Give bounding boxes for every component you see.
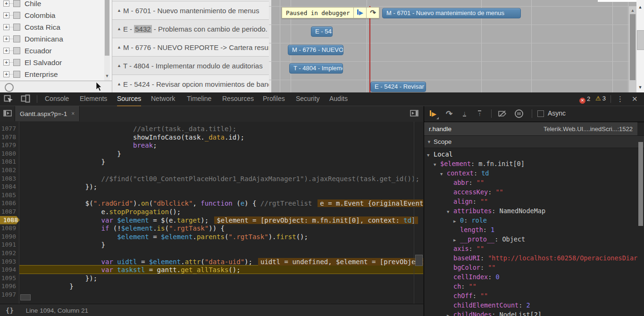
step-out-button[interactable]: ↑ xyxy=(478,109,481,118)
line-number[interactable]: 1097 xyxy=(0,291,16,299)
collapse-arrow-icon[interactable]: ▲ xyxy=(117,45,121,50)
gantt-task-bar[interactable]: E - 5424 - Revisar opcion movimientos de… xyxy=(370,82,426,92)
scope-property-row[interactable]: ▼attributes: NamedNodeMap xyxy=(447,206,545,216)
warning-count-badge[interactable]: ⚠3 xyxy=(595,94,606,102)
scope-property-row[interactable]: baseURI: "http://localhost:60258/Operaci… xyxy=(447,253,637,263)
banner-resume-button[interactable]: ▶ xyxy=(353,8,366,18)
tree-scroll-down-icon[interactable]: ▼ xyxy=(104,72,110,80)
callstack-frame[interactable]: r.handle Telerik.Web.UI....inedScri...:1… xyxy=(424,122,637,135)
line-number[interactable]: 1090 xyxy=(0,233,16,241)
chevron-down-icon[interactable]: ▼ xyxy=(447,207,453,216)
line-number[interactable]: 1080 xyxy=(0,150,16,158)
scope-property-row[interactable]: bgColor: "" xyxy=(447,263,495,272)
tree-checkbox[interactable] xyxy=(13,0,20,7)
tree-checkbox[interactable] xyxy=(13,71,20,78)
line-number[interactable]: 1077 xyxy=(0,125,16,133)
line-number[interactable]: 1091 xyxy=(0,241,16,249)
gantt-task-bar[interactable]: M - 6776 - NUEVO REPORTE -> Cartera resu… xyxy=(288,45,343,55)
scope-property-row[interactable]: length: 1 xyxy=(453,225,494,234)
task-list-row[interactable]: ▲E - 5424 - Revisar opcion movimientos d… xyxy=(112,75,269,92)
editor-vscroll-thumb[interactable] xyxy=(415,255,423,266)
line-number[interactable]: 1083 xyxy=(0,175,16,183)
tree-item-enterprise[interactable]: +Enterprise xyxy=(0,68,104,80)
editor-vertical-scrollbar[interactable] xyxy=(414,122,423,304)
line-number[interactable]: 1095 xyxy=(0,274,16,283)
gantt-task-bar[interactable]: M - 6701 - Nuevo mantenimiento de menus xyxy=(382,8,521,18)
editor-hscroll-thumb[interactable] xyxy=(20,294,31,300)
collapse-arrow-icon[interactable]: ▲ xyxy=(117,63,121,68)
line-number[interactable]: 1089 xyxy=(0,224,16,233)
line-number[interactable]: 1079 xyxy=(0,141,16,150)
async-checkbox[interactable] xyxy=(537,109,544,118)
breakpoint-line-number[interactable]: 1088 xyxy=(0,216,20,225)
scope-property-row[interactable]: ▼Local xyxy=(427,150,453,159)
scope-section-header[interactable]: ▼ Scope xyxy=(424,135,644,148)
scope-property-row[interactable]: cellIndex: 0 xyxy=(447,272,500,282)
tree-scrollbar[interactable]: ▼ xyxy=(104,0,110,81)
code-editor[interactable]: 1077107810791080108110821083108410851086… xyxy=(0,122,423,304)
callstack-location[interactable]: Telerik.Web.UI....inedScri...:1522 xyxy=(544,125,633,133)
show-debugger-sidebar-icon[interactable] xyxy=(410,110,418,116)
chevron-down-icon[interactable]: ▼ xyxy=(440,169,447,179)
tab-sources[interactable]: Sources xyxy=(117,92,141,107)
line-number[interactable]: 1086 xyxy=(0,199,16,208)
expand-plus-icon[interactable]: + xyxy=(3,24,9,30)
tab-security[interactable]: Security xyxy=(296,92,320,106)
collapse-arrow-icon[interactable]: ▲ xyxy=(117,26,121,31)
chevron-right-icon[interactable]: ▶ xyxy=(447,311,453,316)
tab-audits[interactable]: Audits xyxy=(329,92,348,106)
tree-item-colombia[interactable]: +Colombia xyxy=(0,9,104,21)
tab-profiles[interactable]: Profiles xyxy=(263,92,285,106)
scope-property-row[interactable]: ▼$element: m.fn.init[0] xyxy=(434,159,525,168)
error-count-badge[interactable]: ✕2 xyxy=(579,94,590,104)
tree-checkbox[interactable] xyxy=(13,12,20,19)
resume-script-button[interactable]: ▶ xyxy=(430,109,436,118)
file-tab-close-icon[interactable]: × xyxy=(71,110,75,117)
editor-gutter[interactable]: 1077107810791080108110821083108410851086… xyxy=(0,122,19,304)
task-list-row[interactable]: ▲M - 6776 - NUEVO REPORTE -> Cartera res… xyxy=(112,38,269,56)
line-number[interactable]: 1078 xyxy=(0,133,16,141)
scope-property-row[interactable]: ▶__proto__: Object xyxy=(453,234,525,244)
tree-checkbox[interactable] xyxy=(13,24,20,31)
line-number[interactable]: 1085 xyxy=(0,191,16,200)
device-toolbar-icon[interactable] xyxy=(21,94,31,103)
line-number[interactable]: 1087 xyxy=(0,208,16,216)
collapse-arrow-icon[interactable]: ▲ xyxy=(117,82,121,86)
tree-item-chile[interactable]: +Chile xyxy=(0,0,104,9)
chevron-down-icon[interactable]: ▼ xyxy=(427,150,434,160)
tab-resources[interactable]: Resources xyxy=(222,92,254,106)
scope-property-row[interactable]: childElementCount: 2 xyxy=(447,300,530,310)
pause-on-exceptions-icon[interactable] xyxy=(515,109,523,118)
task-list-row[interactable]: ▲M - 6701 - Nuevo mantenimiento de menus xyxy=(112,1,269,19)
scope-property-row[interactable]: ▶0: role xyxy=(453,216,487,225)
expand-plus-icon[interactable]: + xyxy=(3,71,9,77)
line-number[interactable]: 1081 xyxy=(0,158,16,166)
scope-property-row[interactable]: chOff: "" xyxy=(447,291,488,300)
tree-item-dominicana[interactable]: +Dominicana xyxy=(0,33,104,45)
tab-network[interactable]: Network xyxy=(151,92,175,106)
tree-item-costa-rica[interactable]: +Costa Rica xyxy=(0,21,104,33)
tree-scrollbar-thumb[interactable] xyxy=(105,0,109,56)
scope-property-row[interactable]: ch: "" xyxy=(447,282,477,291)
chevron-down-icon[interactable]: ▼ xyxy=(434,160,440,169)
gantt-scrollbar-thumb[interactable] xyxy=(630,14,636,80)
devtools-close-icon[interactable]: ✕ xyxy=(632,95,638,103)
scope-property-row[interactable]: accessKey: "" xyxy=(447,187,503,197)
page-scroll-down-icon[interactable]: ▼ xyxy=(636,84,644,91)
gantt-scroll-up-icon[interactable]: ▲ xyxy=(629,7,636,14)
inspect-element-icon[interactable] xyxy=(4,95,14,103)
page-scroll-up-icon[interactable]: ▲ xyxy=(636,4,644,10)
deactivate-breakpoints-icon[interactable] xyxy=(498,109,507,118)
tree-item-el-salvador[interactable]: +El Salvador xyxy=(0,57,104,68)
chevron-right-icon[interactable]: ▶ xyxy=(453,235,460,245)
tree-item-ecuador[interactable]: +Ecuador xyxy=(0,45,104,57)
line-number[interactable]: 1084 xyxy=(0,183,16,191)
tab-elements[interactable]: Elements xyxy=(80,92,107,106)
gantt-task-bar[interactable]: T - 4804 - Implementar modulo de auditor… xyxy=(289,63,343,74)
tree-checkbox[interactable] xyxy=(13,35,20,42)
editor-horizontal-scrollbar[interactable] xyxy=(19,293,414,301)
line-number[interactable]: 1096 xyxy=(0,282,16,291)
tree-checkbox[interactable] xyxy=(13,59,20,66)
expand-plus-icon[interactable]: + xyxy=(3,48,9,54)
step-over-button[interactable]: ↷ xyxy=(446,109,452,118)
